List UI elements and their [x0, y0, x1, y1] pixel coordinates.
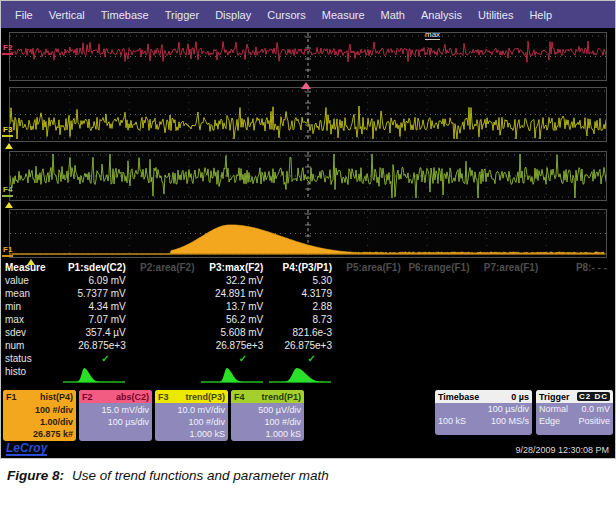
measure-col-header-p3[interactable]: P3:max(F2) [199, 261, 268, 274]
descriptor-settings: 15.0 mV/div100 µs/div [79, 403, 152, 428]
menu-item-timebase[interactable]: Timebase [93, 9, 157, 21]
menu-item-help[interactable]: Help [521, 9, 560, 21]
trigger-title: Trigger [539, 392, 570, 402]
measure-cell-mean-p4: 4.3179 [267, 287, 336, 300]
measure-cell-sdev-p8 [542, 326, 611, 339]
waveform-panel-f4[interactable] [9, 151, 607, 201]
measure-cell-max-p6 [405, 313, 474, 326]
menu-item-cursors[interactable]: Cursors [259, 9, 314, 21]
descriptor-function: trend(P3) [185, 392, 225, 402]
histogram-panel-f1[interactable] [9, 209, 607, 258]
offset-marker-icon[interactable] [5, 202, 13, 208]
measure-cell-mean-p8 [542, 287, 611, 300]
descriptor-setting-line: 10.0 mV/div [158, 404, 225, 416]
timebase-samples: 100 kS [438, 415, 466, 427]
menu-item-trigger[interactable]: Trigger [157, 9, 207, 21]
measure-cell-sdev-p2 [130, 326, 199, 339]
figure-caption-label: Figure 8: [7, 468, 64, 483]
descriptor-setting-line: 1.000 kS [234, 428, 301, 440]
measure-cell-min-p5 [336, 300, 405, 313]
oscilloscope-window: FileVerticalTimebaseTriggerDisplayCursor… [0, 0, 616, 459]
measure-cell-max-p8 [542, 313, 611, 326]
measure-col-header-p6[interactable]: P6:range(F1) [405, 261, 474, 274]
descriptor-box-f2[interactable]: F2abs(C2)15.0 mV/div100 µs/div [79, 390, 152, 441]
measure-status-p6 [405, 352, 474, 365]
measure-col-header-p8[interactable]: P8:- - - [542, 261, 611, 274]
trace-label-f2[interactable]: F2 [2, 44, 13, 55]
measure-status-p8 [542, 352, 611, 365]
measure-row-label: Measure [5, 261, 61, 274]
measure-status-p7 [474, 352, 543, 365]
measure-cell-num-p6 [405, 339, 474, 352]
timebase-offset: 0 µs [511, 392, 529, 402]
measure-cell-num-p7 [474, 339, 543, 352]
measure-cell-max-p5 [336, 313, 405, 326]
descriptor-box-f1[interactable]: F1hist(P4)100 #/div1.00/div26.875 k# [3, 390, 76, 441]
descriptor-box-f4[interactable]: F4trend(P1)500 µV/div100 #/div1.000 kS [231, 390, 304, 441]
measure-row-label: histo [5, 365, 61, 389]
trace-descriptor-row: F1hist(P4)100 #/div1.00/div26.875 k#F2ab… [3, 390, 304, 441]
measure-cell-mean-p1: 5.7377 mV [61, 287, 130, 300]
timebase-per-div: 100 µs/div [488, 403, 529, 415]
menu-item-math[interactable]: Math [373, 9, 413, 21]
measure-cell-value-p4: 5.30 [267, 274, 336, 287]
waveform-panel-f3[interactable] [9, 87, 607, 142]
descriptor-setting-line: 26.875 k# [6, 428, 73, 440]
figure-caption: Figure 8:Use of trend functions and para… [7, 468, 329, 483]
descriptor-id: F4 [234, 392, 245, 402]
trigger-level: 0.0 mV [581, 403, 610, 415]
menu-item-utilities[interactable]: Utilities [470, 9, 521, 21]
measure-cell-value-p6 [405, 274, 474, 287]
descriptor-setting-line: 15.0 mV/div [82, 404, 149, 416]
measure-cell-min-p4: 2.88 [267, 300, 336, 313]
figure-caption-text: Use of trend functions and parameter mat… [72, 468, 329, 483]
measure-col-header-p7[interactable]: P7:area(F1) [474, 261, 543, 274]
measure-cell-mean-p3: 24.891 mV [199, 287, 268, 300]
waveform-panel-f2[interactable] [9, 32, 607, 81]
measure-cell-num-p2 [130, 339, 199, 352]
measure-histo-p5 [336, 365, 405, 389]
descriptor-box-f3[interactable]: F3trend(P3)10.0 mV/div100 #/div1.000 kS [155, 390, 228, 441]
menu-item-analysis[interactable]: Analysis [413, 9, 470, 21]
measure-cell-num-p8 [542, 339, 611, 352]
descriptor-id: F2 [82, 392, 93, 402]
measure-cell-sdev-p1: 357.4 µV [61, 326, 130, 339]
descriptor-function: trend(P1) [261, 392, 301, 402]
measure-histo-p3 [199, 365, 268, 389]
menu-item-vertical[interactable]: Vertical [41, 9, 93, 21]
timebase-title: Timebase [438, 392, 479, 402]
measure-cell-num-p5 [336, 339, 405, 352]
measure-col-header-p1[interactable]: P1:sdev(C2) [61, 261, 130, 274]
trace-label-f1[interactable]: F1 [2, 246, 13, 257]
trigger-descriptor[interactable]: Trigger C2 DC Normal 0.0 mV Edge Positiv… [536, 390, 613, 435]
measure-cell-max-p7 [474, 313, 543, 326]
trace-label-f3[interactable]: F3 [2, 126, 13, 137]
offset-marker-icon[interactable] [5, 143, 13, 149]
trigger-position-marker-icon[interactable] [301, 82, 311, 89]
measure-cell-sdev-p7 [474, 326, 543, 339]
descriptor-id: F1 [6, 392, 17, 402]
descriptor-settings: 100 #/div1.00/div26.875 k# [3, 403, 76, 440]
measure-cell-num-p3: 26.875e+3 [199, 339, 268, 352]
descriptor-header-f2: F2abs(C2) [79, 390, 152, 403]
timebase-descriptor[interactable]: Timebase 0 µs 100 µs/div 100 kS 100 MS/s [435, 390, 532, 435]
descriptor-setting-line: 100 µs/div [82, 416, 149, 428]
trace-label-f4[interactable]: F4 [2, 186, 13, 197]
measure-row-label: num [5, 339, 61, 352]
descriptor-setting-line: 1.000 kS [158, 428, 225, 440]
menu-item-display[interactable]: Display [207, 9, 259, 21]
descriptor-function: hist(P4) [40, 392, 73, 402]
descriptor-setting-line: 100 #/div [234, 416, 301, 428]
measure-col-header-p5[interactable]: P5:area(F1) [336, 261, 405, 274]
trigger-mode: Normal [539, 403, 568, 415]
menu-item-measure[interactable]: Measure [314, 9, 373, 21]
menu-item-file[interactable]: File [7, 9, 41, 21]
timestamp: 9/28/2009 12:30:08 PM [515, 445, 609, 455]
measure-status-p1: ✓ [61, 352, 130, 365]
measure-cell-sdev-p3: 5.608 mV [199, 326, 268, 339]
measure-cell-value-p2 [130, 274, 199, 287]
measure-status-p5 [336, 352, 405, 365]
measure-col-header-p2[interactable]: P2:area(F2) [130, 261, 199, 274]
measure-col-header-p4[interactable]: P4:(P3/P1) [267, 261, 336, 274]
trigger-type: Edge [539, 415, 560, 427]
